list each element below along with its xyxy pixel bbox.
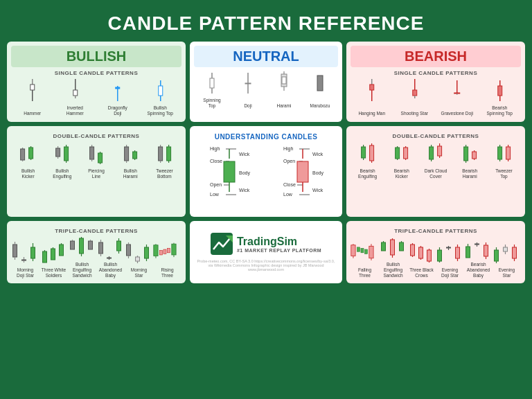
- bearish-spinning-top-label: BearishSpinning Top: [487, 104, 513, 116]
- bullish-engulfing-sandwich-label: BullishEngulfingSandwich: [72, 262, 91, 278]
- svg-rect-133: [43, 251, 47, 263]
- bearish-triple-label: TRIPLE-CANDLE PATTERNS: [351, 228, 521, 234]
- bearish-double-row: BearishEngulfing BearishKicker: [351, 141, 521, 179]
- bearish-abandoned-baby-label: BearishAbandonedBaby: [467, 262, 490, 278]
- bullish-triple-label: TRIPLE-CANDLE PATTERNS: [11, 228, 181, 234]
- svg-rect-186: [382, 242, 386, 251]
- evening-star-pattern: EveningStar: [493, 239, 521, 278]
- gravestone-doji-label: Gravestone Doji: [441, 104, 473, 116]
- hammer-label: Hammer: [24, 104, 41, 116]
- falling-three-pattern: FallingThree: [351, 239, 379, 278]
- bullish-harami-label: BullishHarami: [123, 167, 138, 179]
- bullish-double-label: DOUBLE-CANDLE PATTERNS: [11, 133, 181, 139]
- understanding-column: UNDERSTANDING CANDLES High Close: [190, 126, 342, 217]
- svg-rect-123: [13, 245, 17, 257]
- bullish-harami-pattern: BullishHarami: [114, 141, 148, 179]
- red-candle-diagram: High Open Close: [267, 143, 338, 213]
- bearish-harami-label: BearishHarami: [462, 167, 477, 179]
- tweezer-bottom-svg: [148, 141, 181, 167]
- three-white-soldiers-label: Three WhiteSoldiers: [42, 265, 66, 278]
- bullish-spinning-top-pattern: BullishSpinning Top: [139, 78, 182, 116]
- harami-pattern: Harami: [266, 70, 302, 109]
- evening-doji-star-pattern: EveningDoji Star: [436, 239, 464, 278]
- understanding-label: UNDERSTANDING CANDLES: [194, 133, 338, 141]
- svg-rect-157: [127, 245, 131, 256]
- shooting-star-pattern: Shooting Star: [393, 78, 436, 116]
- bullish-abandoned-baby-label: BullishAbandonedBaby: [99, 262, 122, 278]
- three-black-crows-svg: [407, 239, 436, 265]
- bearish-engulfing-svg: [351, 141, 384, 167]
- bullish-triple-row: MorningDoji Star Three W: [11, 236, 181, 278]
- svg-rect-7: [116, 87, 120, 89]
- bullish-single-row: Hammer InvertedHammer: [11, 78, 181, 116]
- rising-three-svg: [153, 239, 181, 265]
- svg-rect-127: [22, 260, 26, 260]
- piercing-line-pattern: PiercingLine: [79, 141, 113, 179]
- svg-rect-57: [132, 152, 136, 159]
- shooting-star-svg: [393, 78, 436, 104]
- svg-rect-225: [513, 247, 517, 258]
- hammer-svg: [11, 78, 54, 104]
- bullish-single-label: SINGLE CANDLE PATTERNS: [11, 70, 181, 76]
- spinning-top-label: SpinningTop: [203, 96, 220, 109]
- bearish-engulfing-sandwich-pattern: BullishEngulfingSandwich: [379, 236, 407, 278]
- svg-rect-36: [21, 149, 25, 160]
- rising-three-label: RisingThree: [161, 265, 173, 278]
- neutral-single-row: SpinningTop Doji: [194, 70, 338, 109]
- bullish-engulfing-label: BullishEngulfing: [53, 167, 71, 179]
- svg-rect-208: [456, 247, 460, 258]
- evening-doji-star-label: EveningDoji Star: [441, 265, 459, 278]
- gravestone-doji-pattern: Gravestone Doji: [436, 78, 479, 116]
- bearish-single-row: Hanging Man Shooting Star: [351, 78, 521, 116]
- svg-rect-97: [370, 145, 374, 161]
- svg-text:Body: Body: [239, 170, 250, 176]
- bearish-triple-column: TRIPLE-CANDLE PATTERNS Fal: [346, 221, 525, 283]
- svg-rect-166: [154, 245, 158, 256]
- bullish-kicker-svg: [11, 141, 45, 167]
- dragonfly-doji-label: DragonflyDoji: [108, 104, 127, 116]
- rising-three-pattern: RisingThree: [153, 239, 181, 278]
- bearish-engulfing-pattern: BearishEngulfing: [351, 141, 384, 179]
- middle-three-col: DOUBLE-CANDLE PATTERNS BullishKicker: [7, 126, 525, 217]
- svg-rect-182: [365, 249, 368, 254]
- svg-rect-170: [163, 249, 166, 254]
- tweezer-top-label: TweezerTop: [495, 167, 513, 179]
- svg-rect-206: [447, 247, 451, 248]
- three-white-soldiers-svg: [39, 239, 68, 265]
- svg-text:Low: Low: [283, 192, 293, 197]
- svg-text:Wick: Wick: [312, 152, 323, 157]
- green-candle-svg: High Close Open: [209, 143, 250, 213]
- tradingsim-logo-icon: [211, 233, 233, 255]
- bearish-kicker-svg: [384, 141, 418, 167]
- morning-star-pattern: MorningStar: [125, 239, 153, 278]
- neutral-header: NEUTRAL: [194, 46, 338, 67]
- hanging-man-svg: [351, 78, 393, 104]
- svg-rect-148: [99, 242, 103, 254]
- bearish-single-label: SINGLE CANDLE PATTERNS: [351, 70, 521, 76]
- three-black-crows-label: Three BlackCrows: [409, 265, 434, 278]
- dragonfly-doji-pattern: DragonflyDoji: [96, 78, 139, 116]
- svg-rect-152: [107, 258, 112, 258]
- doji-label: Doji: [244, 96, 251, 109]
- hanging-man-pattern: Hanging Man: [351, 78, 393, 116]
- top-three-col: BULLISH SINGLE CANDLE PATTERNS Hammer: [7, 42, 525, 122]
- svg-text:Wick: Wick: [312, 188, 323, 193]
- brand-tagline: #1 MARKET REPLAY PLATFORM: [237, 248, 321, 253]
- svg-rect-191: [400, 242, 404, 251]
- harami-svg: [266, 70, 302, 96]
- footer-credits: Probe-meteo.com, CC BY-SA 3.0 https://cr…: [194, 259, 338, 272]
- svg-rect-154: [117, 241, 121, 251]
- evening-star-label: EveningStar: [499, 265, 515, 278]
- morning-star-svg: [125, 239, 153, 265]
- dark-cloud-cover-label: Dark CloudCover: [425, 167, 447, 179]
- falling-three-svg: [351, 239, 379, 265]
- svg-rect-183: [369, 247, 373, 258]
- hanging-man-label: Hanging Man: [358, 104, 385, 116]
- svg-rect-181: [361, 249, 364, 253]
- svg-rect-70: [224, 161, 235, 182]
- three-black-crows-pattern: Three BlackCrows: [407, 239, 436, 278]
- svg-rect-10: [158, 86, 162, 96]
- gravestone-doji-svg: [436, 78, 479, 104]
- evening-doji-star-svg: [436, 239, 464, 265]
- svg-rect-109: [438, 146, 442, 156]
